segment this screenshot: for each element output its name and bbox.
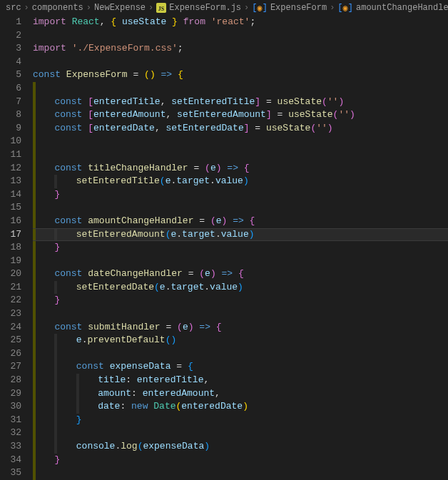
symbol-icon: [◉] bbox=[252, 3, 268, 14]
chevron-right-icon: › bbox=[244, 3, 249, 13]
chevron-right-icon: › bbox=[86, 3, 91, 13]
chevron-right-icon: › bbox=[330, 3, 335, 13]
js-file-icon: JS bbox=[156, 3, 166, 13]
code-editor[interactable]: 1234567891011121314151617181920212223242… bbox=[0, 16, 448, 480]
symbol-icon: [◉] bbox=[337, 3, 353, 14]
code-content[interactable]: import React, { useState } from 'react';… bbox=[33, 16, 448, 480]
svg-text:JS: JS bbox=[158, 6, 165, 12]
breadcrumb-item[interactable]: ExpenseForm.js bbox=[169, 3, 241, 13]
breadcrumb-item[interactable]: ExpenseForm bbox=[270, 3, 327, 13]
breadcrumb-item[interactable]: components bbox=[32, 3, 83, 13]
breadcrumb-item[interactable]: amountChangeHandler bbox=[356, 3, 448, 13]
breadcrumb-item[interactable]: src bbox=[6, 3, 21, 13]
chevron-right-icon: › bbox=[24, 3, 29, 13]
breadcrumb[interactable]: src › components › NewExpense › JS Expen… bbox=[0, 0, 448, 16]
chevron-right-icon: › bbox=[148, 3, 153, 13]
line-number-gutter[interactable]: 1234567891011121314151617181920212223242… bbox=[0, 16, 33, 480]
breadcrumb-item[interactable]: NewExpense bbox=[94, 3, 146, 13]
